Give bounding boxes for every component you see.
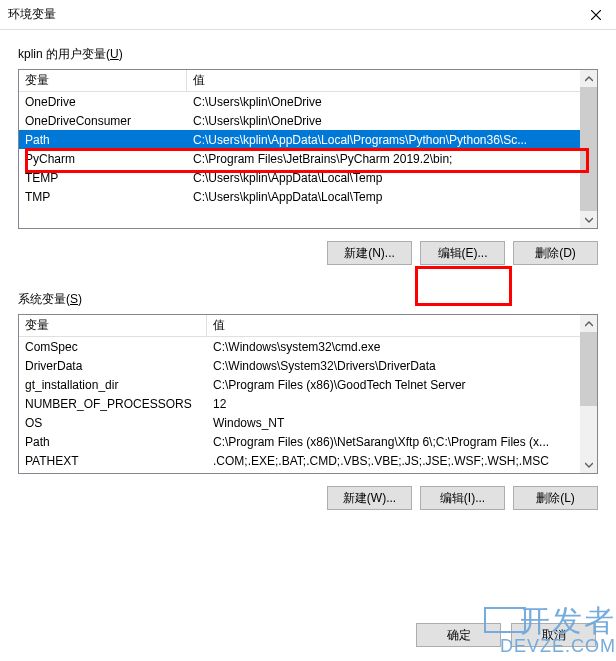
table-row[interactable]: PathC:\Users\kplin\AppData\Local\Program… [19,130,580,149]
system-vars-list[interactable]: 变量 值 ComSpecC:\Windows\system32\cmd.exeD… [18,314,598,474]
cell-variable: Path [19,133,187,147]
cell-value: C:\Program Files\JetBrains\PyCharm 2019.… [187,152,580,166]
cell-value: C:\Program Files (x86)\GoodTech Telnet S… [207,378,580,392]
chevron-up-icon [585,320,593,328]
system-vars-label: 系统变量(S) [18,291,598,308]
list-header: 变量 值 [19,70,580,92]
cell-variable: ComSpec [19,340,207,354]
cell-variable: gt_installation_dir [19,378,207,392]
chevron-down-icon [585,216,593,224]
ok-button[interactable]: 确定 [416,623,501,647]
scrollbar-thumb[interactable] [580,332,597,406]
cell-value: Windows_NT [207,416,580,430]
table-row[interactable]: OneDriveC:\Users\kplin\OneDrive [19,92,580,111]
chevron-up-icon [585,75,593,83]
titlebar: 环境变量 [0,0,616,30]
cell-value: C:\Users\kplin\AppData\Local\Temp [187,171,580,185]
chevron-down-icon [585,461,593,469]
user-vars-list[interactable]: 变量 值 OneDriveC:\Users\kplin\OneDriveOneD… [18,69,598,229]
scroll-down-button[interactable] [580,456,597,473]
system-edit-button[interactable]: 编辑(I)... [420,486,505,510]
table-row[interactable]: gt_installation_dirC:\Program Files (x86… [19,375,580,394]
scrollbar-track[interactable] [580,332,597,456]
list-header: 变量 值 [19,315,580,337]
cell-variable: Path [19,435,207,449]
table-row[interactable]: OSWindows_NT [19,413,580,432]
scrollbar-track[interactable] [580,87,597,211]
table-row[interactable]: OneDriveConsumerC:\Users\kplin\OneDrive [19,111,580,130]
table-row[interactable]: NUMBER_OF_PROCESSORS12 [19,394,580,413]
scroll-up-button[interactable] [580,315,597,332]
cell-value: C:\Users\kplin\OneDrive [187,114,580,128]
close-button[interactable] [576,0,616,30]
table-row[interactable]: PathC:\Program Files (x86)\NetSarang\Xft… [19,432,580,451]
cell-variable: OneDrive [19,95,187,109]
scroll-up-button[interactable] [580,70,597,87]
col-value[interactable]: 值 [207,315,580,336]
table-row[interactable]: PATHEXT.COM;.EXE;.BAT;.CMD;.VBS;.VBE;.JS… [19,451,580,470]
cell-value: .COM;.EXE;.BAT;.CMD;.VBS;.VBE;.JS;.JSE;.… [207,454,580,468]
user-edit-button[interactable]: 编辑(E)... [420,241,505,265]
cell-variable: TEMP [19,171,187,185]
cell-value: C:\Windows\system32\cmd.exe [207,340,580,354]
scrollbar[interactable] [580,70,597,228]
cell-value: 12 [207,397,580,411]
user-new-button[interactable]: 新建(N)... [327,241,412,265]
cell-variable: PyCharm [19,152,187,166]
cell-value: C:\Users\kplin\AppData\Local\Programs\Py… [187,133,580,147]
cell-value: C:\Users\kplin\OneDrive [187,95,580,109]
col-value[interactable]: 值 [187,70,580,91]
cell-variable: PATHEXT [19,454,207,468]
scroll-down-button[interactable] [580,211,597,228]
table-row[interactable]: DriverDataC:\Windows\System32\Drivers\Dr… [19,356,580,375]
system-new-button[interactable]: 新建(W)... [327,486,412,510]
table-row[interactable]: TEMPC:\Users\kplin\AppData\Local\Temp [19,168,580,187]
cell-value: C:\Users\kplin\AppData\Local\Temp [187,190,580,204]
cell-variable: DriverData [19,359,207,373]
col-variable[interactable]: 变量 [19,70,187,91]
col-variable[interactable]: 变量 [19,315,207,336]
system-delete-button[interactable]: 删除(L) [513,486,598,510]
cell-variable: OneDriveConsumer [19,114,187,128]
cell-value: C:\Windows\System32\Drivers\DriverData [207,359,580,373]
window-title: 环境变量 [8,6,576,23]
scrollbar[interactable] [580,315,597,473]
table-row[interactable]: TMPC:\Users\kplin\AppData\Local\Temp [19,187,580,206]
table-row[interactable]: PyCharmC:\Program Files\JetBrains\PyChar… [19,149,580,168]
table-row[interactable]: ComSpecC:\Windows\system32\cmd.exe [19,337,580,356]
cancel-button[interactable]: 取消 [511,623,596,647]
close-icon [591,10,601,20]
user-delete-button[interactable]: 删除(D) [513,241,598,265]
cell-value: C:\Program Files (x86)\NetSarang\Xftp 6\… [207,435,580,449]
cell-variable: OS [19,416,207,430]
cell-variable: TMP [19,190,187,204]
scrollbar-thumb[interactable] [580,87,597,211]
cell-variable: NUMBER_OF_PROCESSORS [19,397,207,411]
user-vars-label: kplin 的用户变量(U) [18,46,598,63]
